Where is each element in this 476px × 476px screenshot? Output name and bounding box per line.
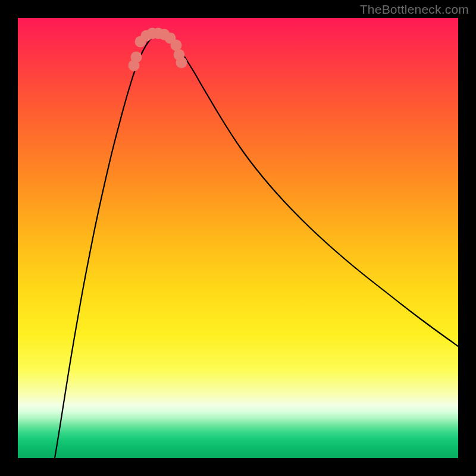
marker-layer (18, 18, 458, 458)
watermark-text: TheBottleneck.com (360, 2, 469, 17)
highlight-dots (129, 28, 187, 71)
marker-dot (131, 52, 142, 63)
plot-area (18, 18, 458, 458)
chart-frame: TheBottleneck.com (0, 0, 476, 476)
marker-dot (176, 57, 187, 68)
